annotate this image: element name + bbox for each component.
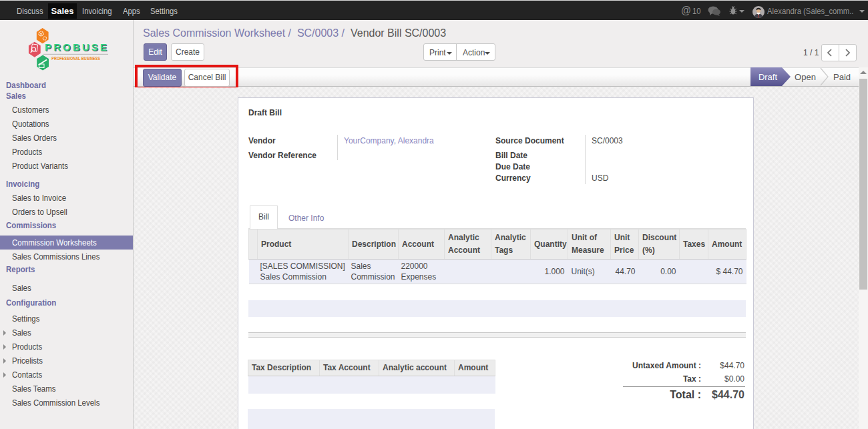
svg-text:PROFESSIONAL BUSINESS: PROFESSIONAL BUSINESS (51, 55, 100, 61)
svg-text:Draft: Draft (758, 72, 778, 82)
svg-text:Paid: Paid (833, 72, 851, 82)
svg-text:Open: Open (795, 72, 816, 82)
svg-text:PROBUSE: PROBUSE (45, 41, 107, 53)
